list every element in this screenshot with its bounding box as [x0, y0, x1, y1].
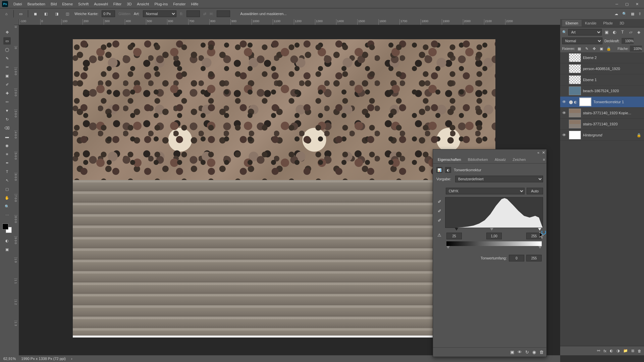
- zoom-readout[interactable]: 62,91%: [3, 357, 16, 361]
- filter-shape-icon[interactable]: ▱: [627, 29, 634, 36]
- collapse-icon[interactable]: «: [537, 150, 539, 155]
- menu-ansicht[interactable]: Ansicht: [134, 2, 152, 6]
- window-maximize-icon[interactable]: ▢: [622, 0, 632, 8]
- new-layer-icon[interactable]: ⊞: [631, 349, 634, 353]
- screenmode-icon[interactable]: ▣: [3, 246, 11, 253]
- layer-filter-select[interactable]: Art: [568, 29, 602, 36]
- tab-absatz[interactable]: Absatz: [491, 156, 509, 163]
- lock-position-icon[interactable]: ✥: [591, 46, 597, 52]
- layer-row[interactable]: Ebene 2: [560, 52, 644, 63]
- toggle-visibility-icon[interactable]: ◉: [532, 350, 536, 355]
- layer-thumb[interactable]: [569, 53, 581, 62]
- close-panel-icon[interactable]: ✕: [542, 150, 545, 155]
- link-icon[interactable]: ⬤: [569, 100, 573, 104]
- input-sliders[interactable]: [445, 228, 543, 233]
- layer-row[interactable]: 👁 Hintergrund 🔒: [560, 130, 644, 141]
- ruler-horizontal[interactable]: -100010020030040050060070080090010001100…: [19, 19, 560, 25]
- info-chevron-icon[interactable]: ›: [71, 357, 72, 361]
- layer-row[interactable]: 👁 stairs-3771140_1920 Kopie...: [560, 108, 644, 119]
- menu-auswahl[interactable]: Auswahl: [91, 2, 111, 6]
- history-brush-tool[interactable]: ↻: [3, 116, 11, 123]
- quick-select-tool[interactable]: ✎: [3, 55, 11, 62]
- input-white-field[interactable]: [526, 233, 542, 239]
- foreground-color[interactable]: [2, 224, 8, 230]
- histogram[interactable]: [445, 197, 543, 228]
- filter-image-icon[interactable]: ▣: [603, 29, 610, 36]
- visibility-toggle[interactable]: 👁: [561, 99, 567, 105]
- type-tool[interactable]: T: [3, 168, 11, 175]
- layer-name[interactable]: Ebene 2: [583, 56, 643, 60]
- input-black-field[interactable]: [446, 233, 462, 239]
- stamp-tool[interactable]: ▼: [3, 107, 11, 114]
- mask-adj-icon[interactable]: ◐: [445, 167, 451, 173]
- layer-thumb[interactable]: [569, 86, 581, 95]
- white-eyedropper-icon[interactable]: ✐: [436, 217, 442, 223]
- shape-tool[interactable]: ▢: [3, 185, 11, 193]
- black-point-slider[interactable]: [455, 228, 458, 231]
- layer-name[interactable]: Tonwertkorrektur 1: [593, 100, 643, 104]
- preset-select[interactable]: Benutzerdefiniert: [455, 176, 543, 182]
- layer-name[interactable]: stairs-3771140_1920 Kopie...: [583, 111, 643, 115]
- window-minimize-icon[interactable]: ─: [612, 0, 622, 8]
- output-black-field[interactable]: [509, 255, 524, 261]
- share-icon[interactable]: ⇧: [638, 12, 641, 16]
- healing-tool[interactable]: ✚: [3, 89, 11, 97]
- layer-style-icon[interactable]: fx: [603, 349, 606, 353]
- dodge-tool[interactable]: ☀: [3, 150, 11, 158]
- visibility-toggle[interactable]: [561, 88, 567, 94]
- layer-row[interactable]: person-4008516_1920: [560, 63, 644, 74]
- blend-mode-select[interactable]: Normal: [562, 38, 602, 44]
- visibility-toggle[interactable]: [561, 77, 567, 82]
- reset-icon[interactable]: ↻: [525, 350, 529, 355]
- ruler-vertical[interactable]: 001 0 02 0 03 0 04 0 05 0 06 0 07 0 08 0…: [14, 25, 19, 355]
- visibility-toggle[interactable]: [561, 55, 567, 60]
- workspace-icon[interactable]: ▦: [631, 12, 634, 16]
- visibility-toggle[interactable]: 👁: [561, 110, 567, 116]
- search-icon[interactable]: 🔍: [622, 12, 627, 16]
- link-layers-icon[interactable]: ⚯: [597, 349, 600, 353]
- selection-subtract-icon[interactable]: ◨: [53, 10, 60, 17]
- opacity-input[interactable]: [622, 38, 634, 44]
- zoom-tool[interactable]: 🔍: [3, 203, 11, 210]
- menu-bearbeiten[interactable]: Bearbeiten: [25, 2, 48, 6]
- filter-type-icon[interactable]: T: [619, 29, 626, 36]
- menu-ebene[interactable]: Ebene: [59, 2, 75, 6]
- layer-filter-icon[interactable]: 🔍: [562, 30, 567, 35]
- menu-hilfe[interactable]: Hilfe: [188, 2, 201, 6]
- input-gamma-field[interactable]: [486, 233, 502, 239]
- marquee-tool-icon[interactable]: ▭: [17, 10, 24, 17]
- layer-row[interactable]: Ebene 1: [560, 74, 644, 85]
- blur-tool[interactable]: ◉: [3, 142, 11, 149]
- layer-row-selected[interactable]: 👁 ⬤◐ Tonwertkorrektur 1: [560, 97, 644, 108]
- black-eyedropper-icon[interactable]: ✐: [436, 198, 442, 204]
- menu-schrift[interactable]: Schrift: [75, 2, 91, 6]
- menu-3d[interactable]: 3D: [124, 2, 134, 6]
- menu-plugins[interactable]: Plug-ins: [152, 2, 170, 6]
- filter-smart-icon[interactable]: ◈: [635, 29, 642, 36]
- layer-mask-thumb[interactable]: [579, 98, 591, 106]
- menu-filter[interactable]: Filter: [111, 2, 124, 6]
- layer-name[interactable]: beach-1867524_1920: [583, 89, 643, 93]
- visibility-toggle[interactable]: [561, 66, 567, 71]
- calc-warn-icon[interactable]: ⚠: [436, 232, 442, 238]
- crop-tool[interactable]: ✂: [3, 63, 11, 71]
- layer-thumb[interactable]: [569, 131, 581, 139]
- selection-add-icon[interactable]: ◧: [42, 10, 50, 17]
- menu-datei[interactable]: Datei: [11, 2, 25, 6]
- output-white-field[interactable]: [526, 255, 542, 261]
- visibility-toggle[interactable]: [561, 121, 567, 127]
- brush-tool[interactable]: ✏: [3, 98, 11, 106]
- layer-thumb[interactable]: [569, 109, 581, 117]
- cloud-icon[interactable]: ☁: [614, 12, 618, 16]
- layer-name[interactable]: stairs-3771140_1920: [583, 122, 643, 126]
- gradient-tool[interactable]: ▬: [3, 133, 11, 140]
- doc-info[interactable]: 1990 Px x 1338 Px (72 ppi): [21, 357, 66, 361]
- properties-panel[interactable]: « ✕ Eigenschaften Bibliotheken Absatz Ze…: [433, 149, 547, 357]
- menu-fenster[interactable]: Fenster: [170, 2, 188, 6]
- layer-thumb[interactable]: [569, 75, 581, 84]
- output-black-slider[interactable]: [446, 246, 450, 249]
- lock-pixels-icon[interactable]: ✎: [584, 46, 590, 52]
- layer-row[interactable]: stairs-3771140_1920: [560, 119, 644, 130]
- tab-pfade[interactable]: Pfade: [600, 20, 616, 26]
- group-icon[interactable]: 📁: [623, 349, 628, 353]
